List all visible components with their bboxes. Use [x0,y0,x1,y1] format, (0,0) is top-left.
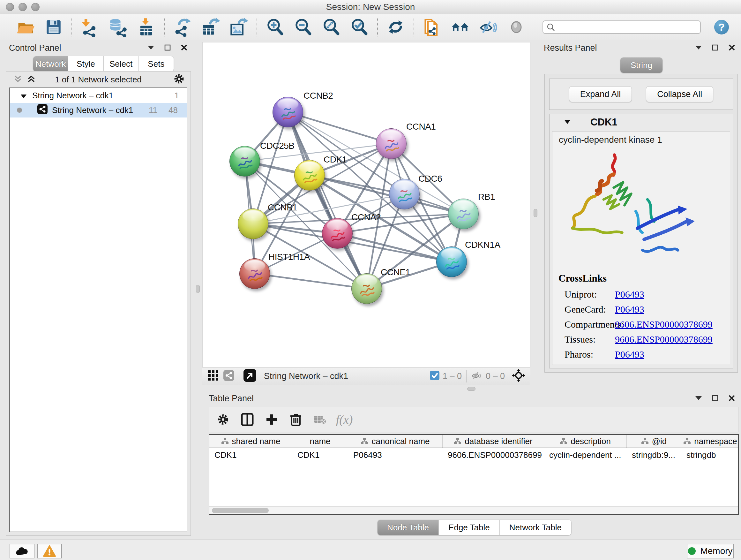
network-node-ccna2[interactable] [322,218,353,249]
zoom-out-button[interactable] [293,17,314,38]
cloud-status-button[interactable] [10,544,35,558]
bottom-splitter-handle[interactable] [467,387,475,391]
zoom-window-icon[interactable] [31,3,40,11]
network-edge-hist1h1a-ccne1[interactable] [255,273,367,289]
network-from-file-button[interactable] [421,17,443,38]
show-panel-button[interactable] [506,17,527,38]
tab-style[interactable]: Style [68,56,103,71]
table-horizontal-scrollbar[interactable] [209,506,738,514]
table-row[interactable]: CDK1CDK1P064939606.ENSP00000378699cyclin… [209,448,738,462]
import-network-from-database-button[interactable] [108,17,129,38]
warnings-button[interactable] [37,544,62,558]
cell-canonical-name[interactable]: P06493 [348,448,443,462]
cell-name[interactable]: CDK1 [292,448,348,462]
minimize-window-icon[interactable] [18,3,27,11]
network-node-cdkn1a[interactable] [436,246,467,277]
cell--id[interactable]: stringdb:9... [627,448,681,462]
section-disclosure-icon[interactable] [564,119,570,125]
tab-edge-table[interactable]: Edge Table [439,520,499,535]
network-options-gear-icon[interactable] [173,73,185,86]
scrollbar-thumb[interactable] [212,508,269,513]
network-node-hist1h1a[interactable] [239,258,270,289]
column-header--id[interactable]: @id [627,435,681,448]
fit-selected-crosshair-icon[interactable] [512,369,525,383]
float-panel-icon[interactable] [711,44,719,52]
memory-button[interactable]: Memory [687,544,734,558]
column-header-description[interactable]: description [544,435,627,448]
network-edge-ccnb2-ccne1[interactable] [288,112,367,289]
collection-disclosure-icon[interactable] [21,91,26,101]
network-collection-row[interactable]: String Network – cdk1 1 [10,88,187,103]
apply-layout-button[interactable] [385,17,406,38]
crosslink-value-link[interactable]: P06493 [615,304,644,315]
network-edge-ccnb2-ccna1[interactable] [288,112,391,144]
import-network-file-button[interactable] [79,17,100,38]
right-splitter-handle[interactable] [534,209,537,217]
grid-view-icon[interactable] [208,370,218,382]
network-node-cdc25b[interactable] [229,146,260,177]
collapse-panel-icon[interactable] [147,44,155,52]
birds-eye-view-icon[interactable] [244,369,256,383]
tab-network[interactable]: Network [33,56,68,71]
show-columns-icon[interactable] [237,409,258,430]
collapse-all-button[interactable]: Collapse All [646,86,713,102]
tab-sets[interactable]: Sets [138,56,174,71]
network-node-ccnb1[interactable] [238,208,268,239]
column-header-database-identifier[interactable]: database identifier [443,435,544,448]
tab-select[interactable]: Select [104,56,138,71]
help-button[interactable]: ? [714,20,729,35]
network-node-cdk1[interactable] [294,160,325,191]
column-header-namespace[interactable]: namespace [681,435,739,448]
tab-network-table[interactable]: Network Table [499,520,571,535]
cell-namespace[interactable]: stringdb [681,448,739,462]
network-view-canvas[interactable]: CCNB2CCNA1CDC25BCDK1CDC6RB1CCNB1CCNA2CDK… [202,42,530,367]
tab-node-table[interactable]: Node Table [378,520,439,535]
cell-description[interactable]: cyclin-dependent ... [544,448,627,462]
refresh-icon [387,18,405,37]
float-panel-icon[interactable] [711,394,719,402]
open-session-button[interactable] [15,17,36,38]
network-row-selected[interactable]: String Network – cdk1 11 48 [10,103,187,118]
column-header-shared-name[interactable]: shared name [209,435,292,448]
network-node-ccna1[interactable] [376,128,407,159]
selected-nodes-checkbox-icon[interactable] [430,371,440,381]
column-header-canonical-name[interactable]: canonical name [348,435,443,448]
zoom-in-button[interactable] [265,17,286,38]
float-panel-icon[interactable] [163,44,172,52]
zoom-selected-button[interactable] [349,17,370,38]
collapse-panel-icon[interactable] [694,44,703,52]
close-panel-icon[interactable] [728,394,736,402]
network-view-share-icon[interactable] [223,370,234,382]
column-header-name[interactable]: name [292,435,348,448]
cell-database-identifier[interactable]: 9606.ENSP00000378699 [443,448,544,462]
network-node-ccne1[interactable] [351,273,382,304]
crosslink-value-link[interactable]: P06493 [615,289,644,300]
delete-column-trash-icon[interactable] [286,409,306,430]
hide-panel-button[interactable] [478,17,499,38]
export-table-button[interactable] [200,17,221,38]
export-network-button[interactable] [172,17,193,38]
close-window-icon[interactable] [6,3,14,11]
network-node-ccnb2[interactable] [273,97,303,127]
crosslink-value-link[interactable]: 9606.ENSP00000378699 [615,319,713,330]
table-options-gear-icon[interactable] [213,409,233,430]
crosslink-value-link[interactable]: P06493 [615,349,644,360]
zoom-fit-button[interactable] [321,17,342,38]
import-table-button[interactable] [136,17,157,38]
export-image-button[interactable] [228,17,249,38]
expand-all-button[interactable]: Expand All [569,86,632,102]
close-panel-icon[interactable] [728,44,736,52]
create-column-plus-icon[interactable] [261,409,282,430]
tab-string[interactable]: String [620,57,663,73]
network-node-rb1[interactable] [448,199,479,229]
cell-shared-name[interactable]: CDK1 [209,448,292,462]
network-node-cdc6[interactable] [389,179,420,209]
left-splitter-handle[interactable] [196,285,200,293]
collapse-panel-icon[interactable] [694,394,703,402]
hidden-elements-eye-slash-icon[interactable] [471,370,482,382]
search-input[interactable] [542,20,701,34]
save-session-button[interactable] [43,17,64,38]
crosslink-value-link[interactable]: 9606.ENSP00000378699 [615,334,713,345]
close-panel-icon[interactable] [180,44,188,52]
string-protein-query-button[interactable] [450,17,471,38]
